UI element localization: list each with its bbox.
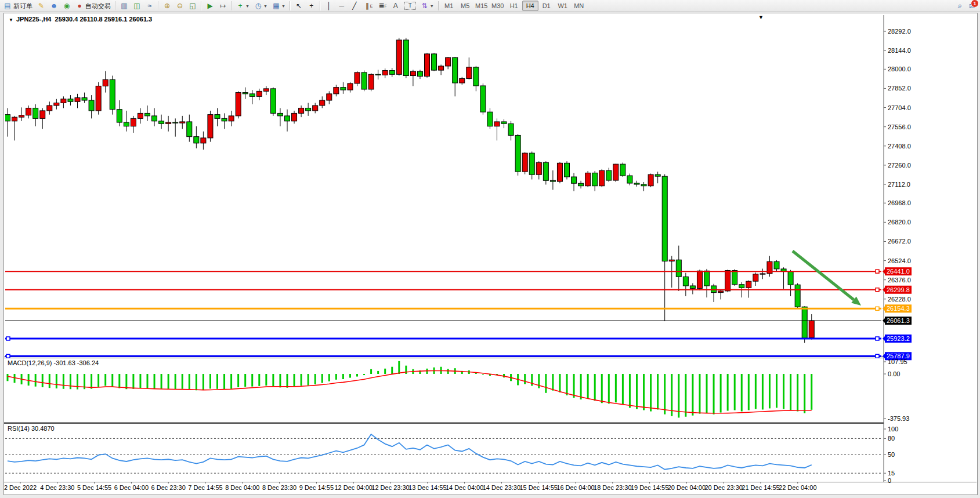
equidistant-channel-button[interactable]: ∥E xyxy=(361,0,375,12)
timeframe-m1[interactable]: M1 xyxy=(441,1,457,11)
macd-pane[interactable] xyxy=(7,361,813,418)
periods-button-dropdown-icon[interactable]: ▼ xyxy=(263,4,267,8)
timeframe-m30[interactable]: M30 xyxy=(490,1,506,11)
timeframe-w1[interactable]: W1 xyxy=(555,1,571,11)
signal-icon-glyph: ◉ xyxy=(63,2,71,10)
svg-text:0.00: 0.00 xyxy=(888,370,900,377)
rsi-indicator-label: RSI(14) 30.4870 xyxy=(8,425,55,432)
templates-button[interactable]: ▦▼ xyxy=(270,0,288,12)
svg-text:27704.0: 27704.0 xyxy=(888,104,911,111)
svg-text:8 Dec 04:00: 8 Dec 04:00 xyxy=(225,484,259,491)
mt4-terminal: { "toolbar": { "groups": [ {"items": [ {… xyxy=(0,0,980,498)
svg-text:2 Dec 2022: 2 Dec 2022 xyxy=(4,484,37,491)
new-order-icon: ▤ xyxy=(3,2,12,10)
periods-button-glyph: ◷ xyxy=(254,2,262,10)
line-chart-icon[interactable]: ≈ xyxy=(143,0,156,12)
chart-window[interactable]: 26441.026299.826154.326061.325923.225787… xyxy=(3,13,978,495)
signal-icon[interactable]: ◉ xyxy=(60,0,73,12)
tile-windows-icon-glyph: ◱ xyxy=(189,2,197,10)
templates-button-dropdown-icon[interactable]: ▼ xyxy=(281,4,285,8)
svg-text:6 Dec 04:00: 6 Dec 04:00 xyxy=(114,484,149,491)
rsi-pane[interactable] xyxy=(5,434,884,473)
bar-chart-icon-glyph: ▥ xyxy=(120,2,128,10)
text-button[interactable]: A xyxy=(389,0,402,12)
indicators-button-dropdown-icon[interactable]: ▼ xyxy=(245,4,249,8)
bar-chart-icon[interactable]: ▥ xyxy=(118,0,131,12)
chart-title: ▼JPN225-,H4 25930.4 26110.8 25916.1 2606… xyxy=(9,16,152,23)
price-plot-area[interactable] xyxy=(5,38,884,358)
svg-text:8 Dec 23:30: 8 Dec 23:30 xyxy=(262,484,296,491)
chart-collapse-icon[interactable]: ▼ xyxy=(9,17,13,23)
templates-button-glyph: ▦ xyxy=(272,2,280,10)
text-label-button[interactable]: T xyxy=(402,0,418,12)
vertical-line-button[interactable]: │ xyxy=(323,0,335,12)
arrows-button-glyph: ⇅ xyxy=(421,2,429,10)
crosshair-button-glyph: + xyxy=(308,2,316,10)
candlestick-chart-icon-glyph: ◫ xyxy=(133,2,141,10)
svg-text:26672.0: 26672.0 xyxy=(888,238,911,245)
svg-text:27112.0: 27112.0 xyxy=(888,181,910,188)
line-chart-icon-glyph: ≈ xyxy=(146,2,154,10)
horizontal-line-button[interactable]: ─ xyxy=(335,0,348,12)
svg-text:26061.3: 26061.3 xyxy=(887,317,910,324)
equidistant-channel-button-sub: E xyxy=(370,4,373,8)
trendline-button[interactable]: ╱ xyxy=(348,0,361,12)
notification-badge: 1 xyxy=(971,0,979,8)
fibonacci-button[interactable]: ≣F xyxy=(375,0,389,12)
svg-text:107.95: 107.95 xyxy=(888,358,907,365)
svg-text:5 Dec 14:55: 5 Dec 14:55 xyxy=(77,484,111,491)
chart-shift-marker-icon[interactable]: ▼ xyxy=(758,14,764,20)
indicators-button[interactable]: +▼ xyxy=(234,0,252,12)
auto-scroll-icon-glyph: ▶ xyxy=(206,2,214,10)
periods-button[interactable]: ◷▼ xyxy=(252,0,270,12)
candlestick-chart-icon[interactable]: ◫ xyxy=(131,0,143,12)
svg-text:-375.93: -375.93 xyxy=(888,415,909,422)
text-label-button-glyph: T xyxy=(404,2,416,10)
timeframe-h4[interactable]: H4 xyxy=(522,1,538,11)
svg-text:16 Dec 04:00: 16 Dec 04:00 xyxy=(556,484,594,491)
timeframe-mn[interactable]: MN xyxy=(571,1,587,11)
svg-text:0: 0 xyxy=(888,477,891,484)
new-order-button[interactable]: ▤新订单 xyxy=(1,0,35,12)
svg-text:27556.0: 27556.0 xyxy=(888,123,911,130)
svg-text:27260.0: 27260.0 xyxy=(888,162,911,169)
fibonacci-button-sub: F xyxy=(384,4,386,8)
profile-icon[interactable]: ☻ xyxy=(48,0,60,12)
marker-icon-glyph: ✎ xyxy=(37,2,45,10)
cursor-button-glyph: ↖ xyxy=(295,2,303,10)
chart-shift-icon[interactable]: ↦ xyxy=(216,0,229,12)
svg-text:15: 15 xyxy=(888,470,895,477)
crosshair-button[interactable]: + xyxy=(305,0,318,12)
arrows-button[interactable]: ⇅▼ xyxy=(418,0,436,12)
horizontal-line-button-glyph: ─ xyxy=(338,2,346,10)
tile-windows-icon[interactable]: ◱ xyxy=(186,0,199,12)
timeframe-m15[interactable]: M15 xyxy=(473,1,490,11)
svg-text:14 Dec 04:00: 14 Dec 04:00 xyxy=(446,484,483,491)
zoom-in-icon[interactable]: ⊕ xyxy=(161,0,173,12)
cursor-button[interactable]: ↖ xyxy=(292,0,305,12)
svg-text:4 Dec 23:30: 4 Dec 23:30 xyxy=(40,484,74,491)
timeframe-h1[interactable]: H1 xyxy=(506,1,522,11)
svg-text:12 Dec 23:30: 12 Dec 23:30 xyxy=(371,484,409,491)
autotrading-button[interactable]: ●自动交易 xyxy=(73,0,113,12)
zoom-out-icon-glyph: ⊖ xyxy=(176,2,184,10)
timeframe-d1[interactable]: D1 xyxy=(538,1,555,11)
text-button-glyph: A xyxy=(392,2,400,10)
svg-text:12 Dec 04:00: 12 Dec 04:00 xyxy=(334,484,372,491)
svg-text:19 Dec 14:55: 19 Dec 14:55 xyxy=(631,484,668,491)
svg-text:50: 50 xyxy=(888,451,895,458)
notifications-icon[interactable]: ✉1 xyxy=(969,2,975,10)
svg-text:27852.0: 27852.0 xyxy=(888,85,911,92)
arrows-button-dropdown-icon[interactable]: ▼ xyxy=(430,4,434,8)
svg-text:26154.3: 26154.3 xyxy=(887,305,910,312)
marker-icon[interactable]: ✎ xyxy=(35,0,48,12)
zoom-out-icon[interactable]: ⊖ xyxy=(173,0,186,12)
toolbar: ▤新订单✎☻◉●自动交易▥◫≈⊕⊖◱▶↦+▼◷▼▦▼↖+│─╱∥E≣FAT⇅▼M… xyxy=(0,0,980,12)
auto-scroll-icon[interactable]: ▶ xyxy=(204,0,216,12)
search-icon[interactable]: ⌕ xyxy=(958,1,962,10)
svg-text:25923.2: 25923.2 xyxy=(887,335,910,342)
chart-canvas[interactable]: 26441.026299.826154.326061.325923.225787… xyxy=(4,13,977,495)
svg-text:26524.0: 26524.0 xyxy=(888,257,911,264)
zoom-in-icon-glyph: ⊕ xyxy=(163,2,171,10)
timeframe-m5[interactable]: M5 xyxy=(457,1,473,11)
